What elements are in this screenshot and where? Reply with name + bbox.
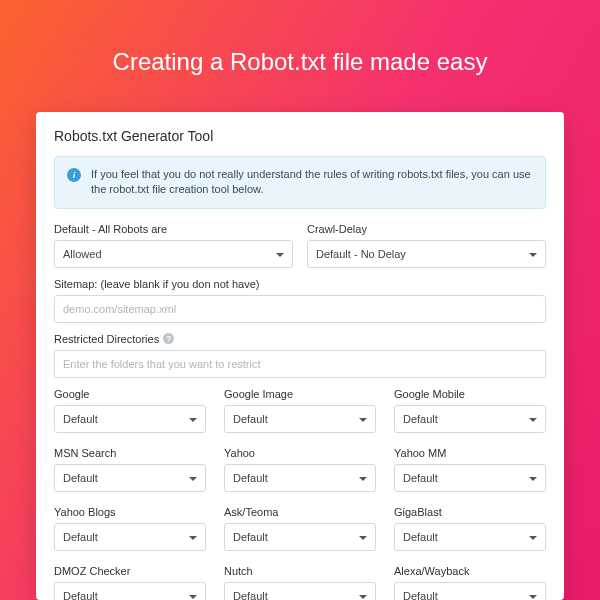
bot-select-msn-search[interactable]: Default: [54, 464, 206, 492]
bot-value: Default: [63, 413, 98, 425]
bot-value: Default: [403, 590, 438, 600]
bot-label: Yahoo: [224, 447, 376, 459]
crawl-delay-value: Default - No Delay: [316, 248, 406, 260]
bot-select-yahoo[interactable]: Default: [224, 464, 376, 492]
bot-value: Default: [403, 531, 438, 543]
bot-value: Default: [63, 472, 98, 484]
bot-value: Default: [233, 413, 268, 425]
bot-label: Yahoo MM: [394, 447, 546, 459]
bot-grid: Google Default Google Image Default Goog…: [54, 388, 546, 600]
sitemap-input[interactable]: demo.com/sitemap.xml: [54, 295, 546, 323]
bot-label: Yahoo Blogs: [54, 506, 206, 518]
bot-label: Google Image: [224, 388, 376, 400]
default-robots-label: Default - All Robots are: [54, 223, 293, 235]
bot-select-google[interactable]: Default: [54, 405, 206, 433]
bot-label: Google Mobile: [394, 388, 546, 400]
default-robots-select[interactable]: Allowed: [54, 240, 293, 268]
bot-label: Nutch: [224, 565, 376, 577]
bot-value: Default: [233, 472, 268, 484]
bot-select-google-mobile[interactable]: Default: [394, 405, 546, 433]
card-title: Robots.txt Generator Tool: [54, 128, 546, 144]
bot-value: Default: [63, 531, 98, 543]
help-icon[interactable]: ?: [163, 333, 174, 344]
bot-select-nutch[interactable]: Default: [224, 582, 376, 600]
bot-value: Default: [403, 472, 438, 484]
bot-select-alexa-wayback[interactable]: Default: [394, 582, 546, 600]
bot-label: Ask/Teoma: [224, 506, 376, 518]
bot-label: DMOZ Checker: [54, 565, 206, 577]
restricted-label-text: Restricted Directories: [54, 333, 159, 345]
bot-value: Default: [233, 590, 268, 600]
info-banner: i If you feel that you do not really und…: [54, 156, 546, 209]
bot-label: Google: [54, 388, 206, 400]
bot-select-yahoo-blogs[interactable]: Default: [54, 523, 206, 551]
info-text: If you feel that you do not really under…: [91, 167, 533, 198]
restricted-input[interactable]: Enter the folders that you want to restr…: [54, 350, 546, 378]
sitemap-placeholder: demo.com/sitemap.xml: [63, 303, 176, 315]
hero-title: Creating a Robot.txt file made easy: [113, 48, 488, 76]
bot-select-google-image[interactable]: Default: [224, 405, 376, 433]
bot-value: Default: [403, 413, 438, 425]
restricted-placeholder: Enter the folders that you want to restr…: [63, 358, 260, 370]
crawl-delay-select[interactable]: Default - No Delay: [307, 240, 546, 268]
bot-label: GigaBlast: [394, 506, 546, 518]
bot-value: Default: [63, 590, 98, 600]
bot-select-yahoo-mm[interactable]: Default: [394, 464, 546, 492]
crawl-delay-label: Crawl-Delay: [307, 223, 546, 235]
info-icon: i: [67, 168, 81, 182]
bot-select-gigablast[interactable]: Default: [394, 523, 546, 551]
bot-value: Default: [233, 531, 268, 543]
bot-label: Alexa/Wayback: [394, 565, 546, 577]
sitemap-label: Sitemap: (leave blank if you don not hav…: [54, 278, 546, 290]
bot-select-ask-teoma[interactable]: Default: [224, 523, 376, 551]
bot-select-dmoz-checker[interactable]: Default: [54, 582, 206, 600]
default-robots-value: Allowed: [63, 248, 102, 260]
bot-label: MSN Search: [54, 447, 206, 459]
generator-card: Robots.txt Generator Tool i If you feel …: [36, 112, 564, 600]
restricted-label: Restricted Directories ?: [54, 333, 546, 345]
